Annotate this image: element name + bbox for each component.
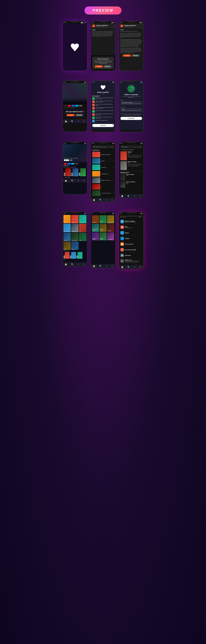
status-time-6: 2:29 <box>120 82 122 82</box>
settings-item-12-5[interactable]: 📄 Terms & Policies › <box>120 241 142 247</box>
pop-card-1-10[interactable] <box>65 252 70 259</box>
nav-download-12[interactable]: ⬇ <box>134 266 136 268</box>
genre-cell-11-6[interactable]: Sunflower <box>107 224 114 232</box>
settings-item-12-2[interactable]: 📧 Email info@googlemail.com › <box>120 224 142 230</box>
movie-label-10-3: Inside Out 2 <box>79 222 84 223</box>
movie-cell-10-1[interactable]: Wolverine <box>64 215 71 223</box>
nav-search-9[interactable]: 🔍 <box>128 195 130 197</box>
exit-decline-4[interactable]: DECLINE <box>76 114 83 116</box>
language-select-6[interactable]: English For best results, please leave i… <box>120 108 142 112</box>
chucky-query-9[interactable]: Chucky <box>124 146 139 148</box>
nav-settings-8[interactable]: ⚙ <box>111 199 113 201</box>
nav-search-8[interactable]: 🔍 <box>99 199 102 201</box>
nav-home-7[interactable]: 🏠 <box>65 180 67 182</box>
search-result-8-5[interactable]: Bad Boys: Ride or Die ↗ <box>92 178 114 183</box>
accept-button-2[interactable]: ACCEPT <box>95 65 103 68</box>
nav-home-11[interactable]: 🏠 <box>93 265 95 267</box>
nav-search-11[interactable]: 🔍 <box>99 265 102 267</box>
pop-card-2-10[interactable] <box>71 252 76 259</box>
accept-button-3[interactable]: ACCEPT <box>123 54 131 57</box>
movie-cell-10-3[interactable]: Inside Out 2 <box>79 215 86 223</box>
login-button-12[interactable]: Login <box>138 216 142 218</box>
settings-icon-12-1: 🌍 <box>120 220 124 223</box>
chucky-result-9-2[interactable]: Bride of Chucky Movie Chucky teams up wi… <box>120 161 142 170</box>
decline-button-2[interactable]: DECLINE <box>104 65 111 68</box>
chucky-result-9-4[interactable]: Curse of Chucky Movie 2011 <box>120 181 142 188</box>
chucky-result-9-3[interactable]: Cult of Chucky 1988 <box>120 174 142 180</box>
movie-cell-10-6[interactable]: Kill <box>79 224 86 232</box>
nav-download-7[interactable]: ⬇ <box>78 180 79 182</box>
nav-home-10[interactable]: 🏠 <box>65 263 67 266</box>
info-button-7[interactable]: ⓘ <box>70 160 72 161</box>
search-bar-8[interactable]: 🔍 Search for show, movie ✕ <box>92 146 114 148</box>
genre-cell-11-2[interactable]: Família & Saldo <box>100 215 106 223</box>
genre-cell-11-3[interactable]: Rancho Fundo <box>107 215 114 223</box>
nav-download-10[interactable]: ⬇ <box>78 263 79 266</box>
nav-search-7[interactable]: 🔍 <box>71 180 74 182</box>
movie-hero-4 <box>63 83 87 104</box>
preview-banner: PREVIEW <box>84 6 121 14</box>
search-result-8-4[interactable]: Despicable Me 4 ↗ <box>92 171 114 176</box>
update-button-5[interactable]: UPDATE <box>92 124 114 127</box>
chucky-result-9-1[interactable]: Chucky Series 2021 Based on the original… <box>120 151 142 160</box>
nav-settings-11[interactable]: ⚙ <box>111 265 113 267</box>
movie-cell-10-10[interactable]: Magnum <box>64 242 71 250</box>
nav-search-10[interactable]: 🔍 <box>71 263 74 266</box>
nav-download-8[interactable]: ⬇ <box>106 199 107 201</box>
settings-item-12-3[interactable]: 🌐 Website › <box>120 230 142 236</box>
chucky-clear-9[interactable]: ✕ <box>140 146 141 148</box>
chucky-search-bar-9[interactable]: 🔍 Chucky ✕ <box>120 146 142 148</box>
nav-download-4[interactable]: ⬇ <box>78 120 79 122</box>
movie-cell-10-4[interactable]: Despicable Me 4 <box>64 224 71 232</box>
search-result-8-7[interactable]: A Quiet Place Day One ↗ <box>92 190 114 196</box>
genre-cell-11-1[interactable]: Renascer <box>92 215 99 223</box>
exit-accept-4[interactable]: ACCEPT <box>67 114 74 116</box>
nav-settings-12[interactable]: ⚙ <box>140 266 141 268</box>
search-arrow-8-4: ↗ <box>113 173 114 174</box>
nav-settings-4[interactable]: ⚙ <box>83 120 85 122</box>
apple-logo-7: 🍎 <box>75 163 78 164</box>
movie-card-1-7[interactable] <box>65 168 71 176</box>
settings-item-12-6[interactable]: 🗑️ Clear Cache (31.8 MB) › <box>120 247 142 252</box>
settings-item-12-7[interactable]: ℹ️ App Version › <box>120 252 142 258</box>
nav-search-12[interactable]: 🔍 <box>128 266 130 268</box>
movie-cell-10-8[interactable]: A Quiet Place <box>71 233 78 241</box>
nav-download-11[interactable]: ⬇ <box>106 265 107 267</box>
movie-cell-10-11[interactable]: Moana 2 <box>71 242 78 250</box>
nav-settings-10[interactable]: ⚙ <box>83 263 85 266</box>
search-result-8-6[interactable]: It ↗ <box>92 184 114 190</box>
continue-button-6[interactable]: CONTINUE <box>120 117 142 120</box>
genre-cell-11-9[interactable]: 6 Promises <box>107 232 114 240</box>
search-result-8-2[interactable]: Twisters ↗ <box>92 158 114 164</box>
nav-settings-7[interactable]: ⚙ <box>83 180 85 182</box>
decline-button-3[interactable]: DECLINE <box>132 54 139 57</box>
nav-settings-9[interactable]: ⚙ <box>140 195 141 197</box>
nav-download-9[interactable]: ⬇ <box>134 195 136 197</box>
pop-card-3-10[interactable] <box>78 252 82 259</box>
settings-item-12-4[interactable]: ✈️ Telegram › <box>120 236 142 241</box>
nav-home-9[interactable]: 🏠 <box>121 195 124 197</box>
region-select-6[interactable]: United States of America For release dat… <box>120 101 142 105</box>
movie-cell-10-2[interactable]: Deadpool <box>71 215 78 223</box>
settings-item-12-1[interactable]: 🌍 Region & Language Update your region o… <box>120 219 142 224</box>
genre-cell-11-7[interactable]: House of Dragon <box>92 232 99 240</box>
search-result-8-3[interactable]: Inside Out 2 ↗ <box>92 164 114 170</box>
movie-cell-10-7[interactable]: Bad Boys <box>64 233 71 241</box>
search-result-8-1[interactable]: Deadpool & Wolverine ↗ <box>92 152 114 157</box>
genre-cell-11-4[interactable]: La Casa de las Forciones Abuela <box>92 224 99 232</box>
search-clear-8[interactable]: ✕ <box>112 146 113 148</box>
nav-search-4[interactable]: 🔍 <box>71 120 74 122</box>
movie-card-3-7[interactable] <box>80 168 86 176</box>
play-button-7[interactable]: ▶ Play <box>64 160 69 161</box>
genre-cell-11-8[interactable]: Pirig Big Brother <box>100 232 106 240</box>
nav-home-12[interactable]: 🏠 <box>121 266 124 268</box>
movie-cell-10-9[interactable]: Alien <box>79 233 86 241</box>
nav-home-4[interactable]: 🏠 <box>65 120 67 122</box>
genre-cell-11-5[interactable]: A Lonely Heart's Journey <box>100 224 106 232</box>
search-placeholder-8[interactable]: Search for show, movie <box>96 146 111 148</box>
region-select-content-6: United States of America For release dat… <box>122 102 140 104</box>
movie-cell-10-5[interactable]: Beetlejuice <box>71 224 78 232</box>
settings-item-12-8[interactable]: ⚖️ TMDB License This application uses th… <box>120 258 142 264</box>
movie-card-2-7[interactable] <box>72 168 78 176</box>
nav-home-8[interactable]: 🏠 <box>93 199 95 201</box>
